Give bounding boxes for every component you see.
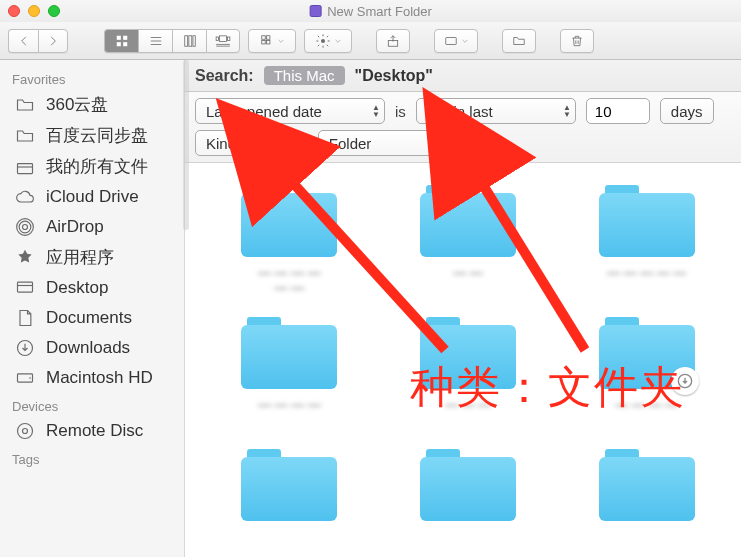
content-area: Search: This Mac "Desktop" Last opened d… xyxy=(185,60,741,557)
close-button[interactable] xyxy=(8,5,20,17)
sidebar-item-allfiles[interactable]: 我的所有文件 xyxy=(0,151,184,182)
dropdown-value: days xyxy=(671,103,703,120)
sidebar-item-label: Documents xyxy=(46,308,132,328)
svg-rect-15 xyxy=(261,35,265,39)
criteria-rel-dropdown[interactable]: within last ▲▼ xyxy=(416,98,576,124)
criteria-value-input[interactable] xyxy=(586,98,650,124)
forward-button[interactable] xyxy=(38,29,68,53)
svg-point-32 xyxy=(23,429,28,434)
folder-label: — — — — — xyxy=(607,265,686,297)
svg-point-19 xyxy=(321,39,325,43)
sidebar-item-label: 我的所有文件 xyxy=(46,155,148,178)
criteria-val-dropdown[interactable]: Folder ▲▼ xyxy=(318,130,478,156)
new-folder-button[interactable] xyxy=(502,29,536,53)
svg-rect-9 xyxy=(192,35,194,46)
criteria-panel: Last opened date ▲▼ is within last ▲▼ da… xyxy=(185,92,741,163)
view-group xyxy=(104,29,240,53)
sidebar-item-applications[interactable]: 应用程序 xyxy=(0,242,184,273)
folder-item[interactable]: — — — — — xyxy=(572,183,721,297)
sidebar-item-360[interactable]: 360云盘 xyxy=(0,89,184,120)
sidebar-item-label: Macintosh HD xyxy=(46,368,153,388)
folder-item[interactable]: — — — — xyxy=(215,315,364,429)
sidebar-item-macintosh-hd[interactable]: Macintosh HD xyxy=(0,363,184,393)
svg-rect-11 xyxy=(216,37,218,40)
toolbar xyxy=(0,22,741,60)
folder-item[interactable] xyxy=(394,447,543,523)
airdrop-icon xyxy=(14,216,36,238)
svg-rect-7 xyxy=(184,35,187,46)
sidebar-item-label: AirDrop xyxy=(46,217,104,237)
zoom-button[interactable] xyxy=(48,5,60,17)
svg-rect-12 xyxy=(228,37,230,40)
folder-icon xyxy=(241,315,337,391)
folder-item[interactable] xyxy=(215,447,364,523)
svg-point-30 xyxy=(29,377,31,379)
sidebar-item-desktop[interactable]: Desktop xyxy=(0,273,184,303)
icon-view-button[interactable] xyxy=(104,29,138,53)
scope-desktop[interactable]: "Desktop" xyxy=(355,67,433,85)
sidebar-section-devices: Devices xyxy=(0,393,184,416)
scope-this-mac[interactable]: This Mac xyxy=(264,66,345,85)
svg-rect-2 xyxy=(116,42,120,46)
svg-rect-21 xyxy=(446,37,457,44)
svg-rect-3 xyxy=(123,42,127,46)
svg-point-31 xyxy=(18,424,33,439)
svg-rect-10 xyxy=(220,35,227,41)
sidebar-item-label: 360云盘 xyxy=(46,93,108,116)
desktop-icon xyxy=(14,277,36,299)
list-view-button[interactable] xyxy=(138,29,172,53)
sidebar-item-icloud[interactable]: iCloud Drive xyxy=(0,182,184,212)
sidebar-item-documents[interactable]: Documents xyxy=(0,303,184,333)
folder-icon xyxy=(599,183,695,259)
sidebar-item-airdrop[interactable]: AirDrop xyxy=(0,212,184,242)
search-scope-bar: Search: This Mac "Desktop" xyxy=(185,60,741,92)
action-button[interactable] xyxy=(304,29,352,53)
share-button[interactable] xyxy=(376,29,410,53)
trash-button[interactable] xyxy=(560,29,594,53)
sidebar-item-baidu[interactable]: 百度云同步盘 xyxy=(0,120,184,151)
folder-label: — — — — xyxy=(258,397,321,429)
arrange-button[interactable] xyxy=(248,29,296,53)
svg-point-24 xyxy=(19,221,31,233)
folder-icon xyxy=(420,447,516,523)
sidebar-item-remote-disc[interactable]: Remote Disc xyxy=(0,416,184,446)
sidebar: Favorites 360云盘 百度云同步盘 我的所有文件 iCloud Dri… xyxy=(0,60,185,557)
search-label: Search: xyxy=(195,67,254,85)
sidebar-item-label: Desktop xyxy=(46,278,108,298)
folder-icon xyxy=(420,183,516,259)
folder-icon xyxy=(241,183,337,259)
criteria-attr-dropdown[interactable]: Last opened date ▲▼ xyxy=(195,98,385,124)
documents-icon xyxy=(14,307,36,329)
disk-icon xyxy=(14,367,36,389)
criteria-row-1: Last opened date ▲▼ is within last ▲▼ da… xyxy=(195,98,731,130)
criteria-attr-dropdown-2[interactable]: Kind ▲▼ xyxy=(195,130,287,156)
dropdown-value: Kind xyxy=(206,135,236,152)
svg-point-23 xyxy=(23,225,28,230)
sidebar-item-downloads[interactable]: Downloads xyxy=(0,333,184,363)
folder-item[interactable] xyxy=(572,447,721,523)
downloads-icon xyxy=(14,337,36,359)
minimize-button[interactable] xyxy=(28,5,40,17)
folder-item[interactable]: — — xyxy=(394,183,543,297)
apps-icon xyxy=(14,247,36,269)
window-controls xyxy=(8,5,60,17)
criteria-op-2: is xyxy=(297,135,308,152)
column-view-button[interactable] xyxy=(172,29,206,53)
sidebar-scrollbar[interactable] xyxy=(183,60,189,230)
annotation-text: 种类：文件夹 xyxy=(410,358,686,417)
dropdown-value: Last opened date xyxy=(206,103,322,120)
folder-icon xyxy=(599,447,695,523)
coverflow-view-button[interactable] xyxy=(206,29,240,53)
all-files-icon xyxy=(14,156,36,178)
back-button[interactable] xyxy=(8,29,38,53)
folder-label: — — xyxy=(453,265,483,297)
tags-button[interactable] xyxy=(434,29,478,53)
folder-item[interactable]: — — — —— — xyxy=(215,183,364,297)
criteria-unit-dropdown[interactable]: days xyxy=(660,98,714,124)
svg-rect-16 xyxy=(266,35,270,39)
sidebar-item-label: Downloads xyxy=(46,338,130,358)
svg-rect-0 xyxy=(116,35,120,39)
chevron-updown-icon: ▲▼ xyxy=(465,137,473,150)
svg-rect-1 xyxy=(123,35,127,39)
smart-folder-icon xyxy=(309,5,321,17)
